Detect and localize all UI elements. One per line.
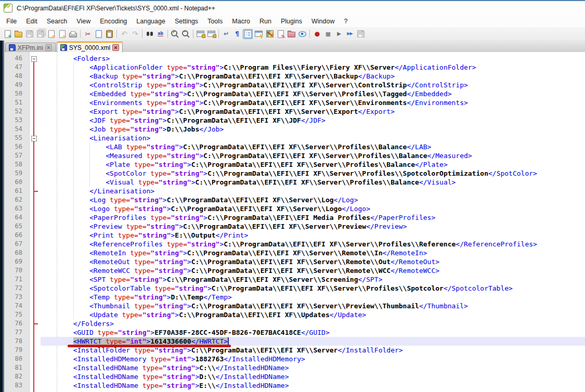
menu-file[interactable]: File — [2, 16, 21, 27]
macro-record-icon[interactable]: ● — [312, 29, 322, 39]
print-icon[interactable] — [68, 29, 78, 39]
code-line-53[interactable]: <JDF type="string">C:\\ProgramData\\EFI\… — [41, 116, 585, 125]
editor-pane[interactable]: 4647484950515253545556575859606162636465… — [0, 52, 585, 392]
code-line-59[interactable]: <SpotColor type="string">C:\\ProgramData… — [41, 169, 585, 178]
code-line-49[interactable]: <ControlStrip type="string">C:\\ProgramD… — [41, 81, 585, 89]
code-line-73[interactable]: <Temp type="string">D:\\Temp</Temp> — [41, 293, 585, 302]
code-line-46[interactable]: <Folders> — [41, 54, 585, 63]
define-language-icon[interactable]: ϟ — [254, 29, 264, 39]
code-line-56[interactable]: <LAB type="string">C:\\ProgramData\\EFI\… — [41, 142, 585, 151]
code-line-51[interactable]: <Environments type="string">C:\\ProgramD… — [41, 98, 585, 107]
code-line-69[interactable]: <RemoteOut type="string">C:\\ProgramData… — [41, 257, 585, 266]
menu-language[interactable]: Language — [132, 16, 170, 27]
monitoring-icon[interactable] — [297, 29, 307, 39]
undo-icon[interactable]: ↶ — [119, 29, 129, 39]
menu-view[interactable]: View — [72, 16, 95, 27]
menu-search[interactable]: Search — [42, 16, 72, 27]
code-line-75[interactable]: <Update type="string">C:\\ProgramData\\E… — [41, 310, 585, 319]
code-line-71[interactable]: <SPT type="string">C:\\ProgramData\\EFI\… — [41, 275, 585, 284]
code-line-52[interactable]: <Export type="string">C:\\ProgramData\\E… — [41, 107, 585, 116]
tab-xfpm-ini[interactable]: XFPm.ini✕ — [5, 43, 56, 52]
save-icon[interactable] — [24, 29, 34, 39]
fold-collapse-box[interactable] — [31, 136, 37, 141]
menu-encoding[interactable]: Encoding — [95, 16, 132, 27]
tab-sys-0000-xml[interactable]: SYS_0000.xml✕ — [57, 42, 123, 53]
macro-stop-icon[interactable]: ■ — [323, 29, 333, 39]
zoom-out-icon[interactable]: − — [181, 29, 191, 39]
menu-plugins[interactable]: Plugins — [276, 16, 307, 27]
line-number: 46 — [4, 54, 29, 63]
menu-macro[interactable]: Macro — [227, 16, 255, 27]
show-all-characters-icon[interactable]: ¶ — [232, 29, 242, 39]
line-number: 54 — [4, 125, 29, 134]
code-area[interactable]: <Folders> <ApplicationFolder type="strin… — [41, 54, 585, 392]
sync-horizontal-icon[interactable] — [206, 29, 216, 39]
folder-as-workspace-icon[interactable] — [287, 29, 296, 39]
code-line-54[interactable]: <Job type="string">D:\\Jobs</Job> — [41, 125, 585, 134]
code-line-48[interactable]: <Backup type="string">C:\\ProgramData\\E… — [41, 72, 585, 81]
code-line-76[interactable]: </Folders> — [41, 319, 585, 328]
fold-collapse-box[interactable] — [31, 56, 37, 62]
sync-vertical-icon[interactable] — [196, 29, 205, 39]
code-line-67[interactable]: <ReferenceProfiles type="string">C:\\Pro… — [41, 240, 585, 249]
code-line-47[interactable]: <ApplicationFolder type="string">C:\\Pro… — [41, 63, 585, 72]
code-line-72[interactable]: <SpotcolorTable type="string">C:\\Progra… — [41, 284, 585, 293]
code-line-66[interactable]: <Print type="string">E:\\Output</Print> — [41, 231, 585, 240]
word-wrap-icon[interactable]: ↵ — [221, 29, 231, 39]
close-all-icon[interactable]: − — [57, 29, 67, 39]
code-line-68[interactable]: <RemoteIn type="string">C:\\ProgramData\… — [41, 249, 585, 257]
close-file-icon[interactable]: − — [46, 29, 56, 39]
menu-edit[interactable]: Edit — [21, 16, 42, 27]
code-line-58[interactable]: <Plate type="string">C:\\ProgramData\\EF… — [41, 160, 585, 169]
toolbar-separator — [309, 30, 310, 38]
code-line-83[interactable]: <InstalledHDName type="string">E:\\</Ins… — [41, 381, 585, 390]
menu-window[interactable]: Window — [307, 16, 339, 27]
document-map-icon[interactable] — [265, 29, 275, 39]
selected-text: <HWRTCT type="int">1614336600</HWRTCT> — [73, 337, 228, 345]
code-line-80[interactable]: <InstalledHDMemory type="int">1882763</I… — [41, 355, 585, 363]
paste-icon[interactable] — [105, 29, 114, 39]
tab-close-icon[interactable]: ✕ — [112, 44, 119, 51]
macro-save-icon[interactable] — [356, 29, 366, 39]
code-line-77[interactable]: <GUID type="string">EF70A38F-28CC-45DF-B… — [41, 328, 585, 337]
code-line-70[interactable]: <RemoteWCC type="string">C:\\ProgramData… — [41, 266, 585, 275]
menu-help[interactable]: ? — [339, 16, 352, 27]
menu-run[interactable]: Run — [255, 16, 276, 27]
code-line-60[interactable]: <Visual type="string">C:\\ProgramData\\E… — [41, 178, 585, 187]
line-number: 83 — [4, 381, 29, 390]
find-icon[interactable] — [145, 29, 154, 39]
line-number: 63 — [4, 204, 29, 213]
menu-tools[interactable]: Tools — [203, 16, 227, 27]
zoom-in-icon[interactable]: + — [170, 29, 180, 39]
line-number: 71 — [4, 275, 29, 284]
macro-play-icon[interactable]: ▶ — [334, 29, 344, 39]
title-bar[interactable]: C:\ProgramData\EFI\EFI XF\Server\Tickets… — [0, 1, 585, 15]
code-line-61[interactable]: </Linearisation> — [41, 187, 585, 195]
code-line-82[interactable]: <InstalledHDName type="string">D:\\</Ins… — [41, 372, 585, 381]
code-line-62[interactable]: <Log type="string">C:\\ProgramData\\EFI\… — [41, 195, 585, 204]
line-number: 66 — [4, 231, 29, 240]
code-line-57[interactable]: <Measured type="string">C:\\ProgramData\… — [41, 151, 585, 160]
new-file-icon[interactable]: + — [3, 29, 12, 39]
save-all-icon[interactable] — [35, 29, 45, 39]
replace-icon[interactable]: ab — [155, 29, 165, 39]
code-line-64[interactable]: <PaperProfiles type="string">C:\\Program… — [41, 213, 585, 222]
code-line-81[interactable]: <InstalledHDName type="string">C:\\</Ins… — [41, 363, 585, 372]
open-file-icon[interactable] — [14, 29, 23, 39]
fold-end-tick — [34, 323, 38, 324]
line-number: 68 — [4, 249, 29, 257]
redo-icon[interactable]: ↷ — [130, 29, 140, 39]
copy-icon[interactable] — [94, 29, 103, 39]
code-line-50[interactable]: <Embedded type="string">C:\\ProgramData\… — [41, 89, 585, 98]
code-line-55[interactable]: <Linearisation> — [41, 134, 585, 142]
show-indent-guide-icon[interactable] — [243, 29, 253, 39]
tab-close-icon[interactable]: ✕ — [45, 44, 52, 51]
code-line-63[interactable]: <Logo type="string">C:\\ProgramData\\EFI… — [41, 204, 585, 213]
macro-run-multiple-icon[interactable]: ▶▶ — [345, 29, 355, 39]
function-list-icon[interactable]: ✎ — [276, 29, 285, 39]
code-line-65[interactable]: <Preview type="string">C:\\ProgramData\\… — [41, 222, 585, 231]
menu-settings[interactable]: Settings — [170, 16, 203, 27]
code-line-74[interactable]: <Thumbnail type="string">C:\\ProgramData… — [41, 302, 585, 310]
window-left-edge — [0, 41, 4, 392]
cut-icon[interactable]: ✂ — [83, 29, 93, 39]
